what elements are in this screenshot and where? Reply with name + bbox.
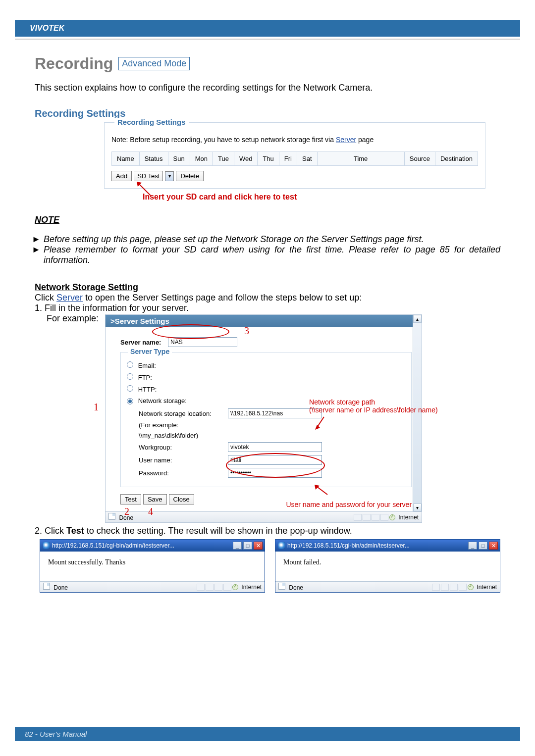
popup-fail-url: http://192.168.5.151/cgi-bin/admin/tests… — [287, 542, 467, 549]
note-item-1: ►Before setting up this page, please set… — [44, 234, 500, 245]
callout-number-3: 3 — [244, 325, 249, 337]
minimize-button[interactable]: _ — [233, 542, 242, 550]
test-button[interactable]: Test — [120, 494, 141, 504]
radio-email-icon[interactable] — [127, 361, 133, 368]
recording-settings-heading: Recording Settings — [35, 108, 500, 119]
svg-marker-5 — [315, 485, 320, 490]
option-email[interactable]: Email: — [127, 361, 405, 369]
callout-number-2: 2 — [124, 506, 129, 517]
note-item-2-text: Please remember to format your SD card w… — [44, 245, 500, 265]
network-storage-heading: Network Storage Setting — [35, 282, 500, 293]
delete-button[interactable]: Delete — [176, 171, 204, 181]
col-sun: Sun — [168, 152, 190, 165]
col-status: Status — [140, 152, 168, 165]
popup-row: http://192.168.5.151/cgi-bin/admin/tests… — [35, 539, 500, 593]
advanced-mode-badge: Advanced Mode — [118, 57, 190, 70]
page-icon — [43, 583, 50, 590]
step2-pre: 2. Click — [35, 526, 66, 536]
workgroup-input[interactable] — [228, 442, 322, 452]
server-name-circle-icon — [152, 324, 229, 339]
status-done-left: Done — [108, 513, 133, 521]
col-source: Source — [405, 152, 435, 165]
radio-ftp-icon[interactable] — [127, 373, 133, 380]
col-fri: Fri — [279, 152, 297, 165]
popup-fail-titlebar[interactable]: http://192.168.5.151/cgi-bin/admin/tests… — [275, 540, 500, 552]
ns-line1: Click Server to open the Server Settings… — [35, 293, 500, 303]
radio-http-icon[interactable] — [127, 385, 133, 392]
ns-path-arrow-icon — [314, 416, 334, 432]
maximize-button[interactable]: □ — [479, 542, 487, 550]
workgroup-label: Workgroup: — [139, 444, 228, 451]
popup-fail-done-text: Done — [289, 584, 303, 591]
close-button[interactable]: Close — [169, 494, 194, 504]
server-link-2[interactable]: Server — [56, 293, 83, 302]
recording-buttons-row: Add SD Test ▾ Delete — [111, 171, 478, 181]
username-row: User name: — [139, 455, 405, 465]
ns-line1-post: to open the Server Settings page and fol… — [83, 293, 362, 302]
popup-fail-status: Done Internet — [275, 581, 500, 592]
brand-text: VIVOTEK — [30, 24, 64, 32]
arrow-bullet-icon: ► — [32, 245, 44, 255]
note-list: ►Before setting up this page, please set… — [35, 234, 500, 265]
option-http[interactable]: HTTP: — [127, 385, 405, 393]
server-type-fieldset: Server Type Network storage path (\\serv… — [120, 352, 412, 487]
opt-ns-label: Network storage: — [138, 397, 187, 404]
save-button[interactable]: Save — [143, 494, 167, 504]
opt-ftp-label: FTP: — [138, 374, 152, 381]
status-cells — [432, 584, 467, 591]
note-item-2: ►Please remember to format your SD card … — [44, 245, 500, 265]
recording-settings-note: Note: Before setup recording, you have t… — [111, 136, 478, 144]
ns-example-a-row: (For example: — [139, 421, 405, 429]
page-icon — [108, 513, 115, 520]
internet-zone-icon — [389, 514, 395, 520]
ns-location-label: Network storage location: — [139, 410, 228, 417]
ie-favicon-icon — [278, 542, 285, 549]
col-mon: Mon — [190, 152, 213, 165]
popup-success-titlebar[interactable]: http://192.168.5.151/cgi-bin/admin/tests… — [40, 540, 265, 552]
popup-fail-body: Mount failed. — [275, 552, 500, 581]
col-destination: Destination — [435, 152, 478, 165]
userpass-circle-icon — [226, 453, 325, 478]
maximize-button[interactable]: □ — [243, 542, 252, 550]
ie-favicon-icon — [43, 542, 50, 549]
userpass-callout: User name and password for your server — [286, 501, 412, 508]
recording-note-suffix: page — [356, 136, 374, 144]
add-button[interactable]: Add — [111, 171, 132, 181]
server-settings-body: 1 3 Server name: Server Type Network sto… — [106, 327, 422, 511]
col-name: Name — [112, 152, 140, 165]
server-type-legend: Server Type — [128, 348, 172, 355]
status-right: Internet — [354, 514, 419, 521]
recording-title: Recording — [35, 54, 113, 73]
radio-ns-icon[interactable] — [127, 398, 133, 404]
ns-line1-pre: Click — [35, 293, 56, 302]
popup-success: http://192.168.5.151/cgi-bin/admin/tests… — [40, 539, 265, 593]
recording-note-prefix: Note: Before setup recording, you have t… — [111, 136, 336, 144]
server-settings-title: >Server Settings — [106, 315, 422, 327]
recording-heading-row: Recording Advanced Mode — [35, 54, 500, 73]
option-ftp[interactable]: FTP: — [127, 373, 405, 381]
arrow-bullet-icon: ► — [32, 234, 44, 245]
popup-fail-internet-text: Internet — [477, 584, 497, 591]
username-label: User name: — [139, 456, 228, 464]
col-thu: Thu — [258, 152, 279, 165]
close-button-popup[interactable]: ✕ — [489, 542, 498, 550]
for-example-label: For example: — [47, 313, 99, 324]
minimize-button[interactable]: _ — [468, 542, 477, 550]
popup-success-status: Done Internet — [40, 581, 265, 592]
step2-bold: Test — [66, 526, 84, 536]
ns-location-input[interactable] — [228, 408, 322, 418]
workgroup-row: Workgroup: — [139, 442, 405, 452]
step-2-text: 2. Click Test to check the setting. The … — [35, 526, 500, 536]
popup-success-body: Mount successfully. Thanks — [40, 552, 265, 581]
brand-header: VIVOTEK — [15, 20, 520, 37]
close-button-popup[interactable]: ✕ — [254, 542, 263, 550]
opt-http-label: HTTP: — [138, 386, 157, 393]
popup-fail-status-right: Internet — [432, 584, 497, 591]
popup-success-done: Done — [43, 583, 68, 591]
sd-test-hint: Insert your SD card and click here to te… — [143, 193, 297, 201]
sd-test-dropdown[interactable]: ▾ — [165, 171, 174, 181]
scroll-up-icon[interactable]: ▴ — [413, 315, 422, 323]
page-content: Recording Advanced Mode This section exp… — [0, 40, 535, 593]
popup-success-url: http://192.168.5.151/cgi-bin/admin/tests… — [52, 542, 231, 549]
server-link[interactable]: Server — [336, 136, 356, 144]
